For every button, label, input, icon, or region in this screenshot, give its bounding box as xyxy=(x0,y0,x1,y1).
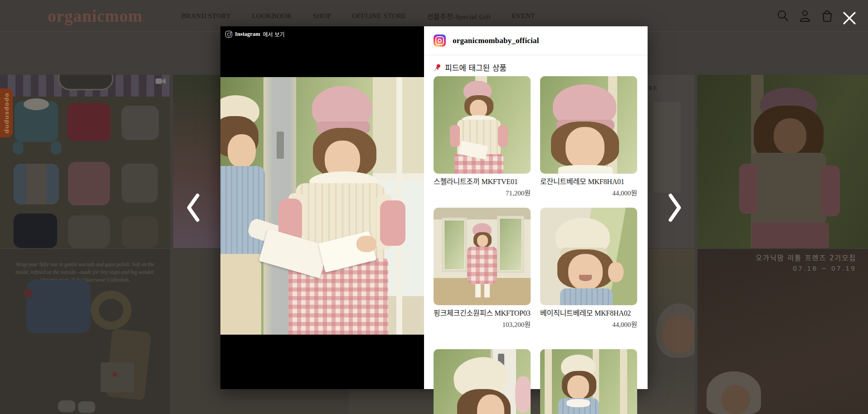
view-on-instagram-link[interactable]: Instagram에서 보기 xyxy=(225,30,285,38)
product-name[interactable]: 스첼라니트조끼 MKFTVE01 xyxy=(434,177,531,187)
next-arrow-button[interactable] xyxy=(666,192,684,224)
instagram-account-header: organicmombaby_official xyxy=(424,26,648,55)
badge-korean: 에서 보기 xyxy=(263,30,285,38)
product-price: 103,200원 xyxy=(434,319,531,329)
page: organicmom BRAND STORY LOOKBOOK SHOP OFF… xyxy=(0,0,868,414)
instagram-username-link[interactable]: organicmombaby_official xyxy=(453,36,539,45)
tagged-products-label: 피드에 태그된 상품 xyxy=(445,62,507,73)
product-price: 44,000원 xyxy=(540,319,637,329)
product-name[interactable]: 핑크체크긴소원피스 MKFTOP03 xyxy=(434,308,531,318)
tagged-product: 로잔니트베레모 MKF8HA01 44,000원 xyxy=(540,76,637,197)
tagged-product: 스첼라니트조끼 MKFTVE01 71,200원 xyxy=(434,76,531,197)
instagram-modal: Instagram에서 보기 xyxy=(220,26,648,389)
product-name[interactable]: 로잔니트베레모 MKF8HA01 xyxy=(540,177,637,187)
product-thumb-check-dress[interactable] xyxy=(434,208,531,305)
modal-close-button[interactable] xyxy=(840,9,858,27)
product-name[interactable]: 베이직니트베레모 MKF8HA02 xyxy=(540,308,637,318)
tagged-product xyxy=(434,349,531,414)
product-price: 44,000원 xyxy=(540,188,637,197)
tagged-product: 핑크체크긴소원피스 MKFTOP03 103,200원 xyxy=(434,208,531,329)
product-thumb-knit-vest[interactable] xyxy=(434,76,531,174)
product-thumb-blue-vest[interactable] xyxy=(540,349,637,414)
product-price: 71,200원 xyxy=(434,188,531,197)
product-thumb-cream-beret[interactable] xyxy=(434,349,531,414)
tagged-products-label-row: 피드에 태그된 상품 xyxy=(434,62,507,73)
tagged-products-panel: organicmombaby_official 피드에 태그된 상품 xyxy=(424,26,648,389)
instagram-outline-icon xyxy=(225,31,232,38)
tagged-product: 베이직니트베레모 MKF8HA02 44,000원 xyxy=(540,208,637,329)
product-thumb-pink-beret[interactable] xyxy=(540,76,637,174)
product-thumb-beige-beret[interactable] xyxy=(540,208,637,305)
instagram-icon xyxy=(434,34,446,47)
instagram-photo-panel: Instagram에서 보기 xyxy=(220,26,424,389)
prev-arrow-button[interactable] xyxy=(184,192,202,224)
badge-latin: Instagram xyxy=(235,31,260,38)
pushpin-icon xyxy=(434,63,442,72)
tagged-product xyxy=(540,349,637,414)
instagram-photo xyxy=(220,77,424,335)
